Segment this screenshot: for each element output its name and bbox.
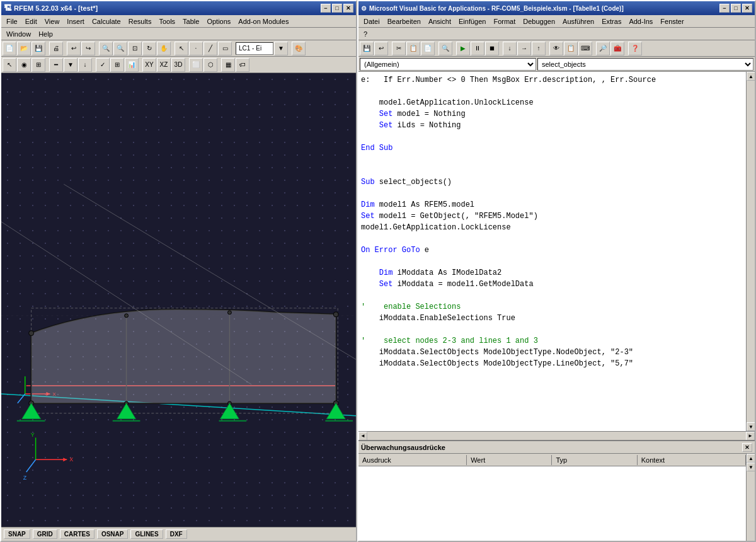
- vba-menu-fenster[interactable]: Fenster: [656, 16, 687, 26]
- tb-member[interactable]: ━: [49, 58, 63, 72]
- tb-save[interactable]: 💾: [32, 42, 45, 55]
- tb-view-xz[interactable]: XZ: [157, 58, 171, 72]
- vba-menu-format[interactable]: Format: [490, 16, 519, 26]
- tb-redo[interactable]: ↪: [81, 42, 95, 55]
- tb-fit[interactable]: ⊡: [128, 42, 142, 55]
- vba-tb-step-into[interactable]: ↓: [503, 42, 517, 55]
- vba-menu-ansicht[interactable]: Ansicht: [425, 16, 455, 26]
- tb-view-3d[interactable]: 3D: [171, 58, 185, 72]
- vba-tb-save[interactable]: 💾: [360, 42, 374, 55]
- rfem-menu-table[interactable]: Table: [179, 16, 203, 26]
- rfem-menu-help[interactable]: Help: [35, 29, 57, 39]
- tb-select[interactable]: ↖: [175, 42, 188, 55]
- vba-tb-step-out[interactable]: ↑: [532, 42, 546, 55]
- tb-wire[interactable]: ⬡: [203, 58, 217, 72]
- vba-menu-ausfuehren[interactable]: Ausführen: [559, 16, 598, 26]
- tb-surface[interactable]: ▭: [218, 42, 232, 55]
- vba-watch-close[interactable]: ✕: [742, 443, 752, 452]
- rfem-viewport[interactable]: X Z Y X: [1, 73, 356, 527]
- rfem-menu-results[interactable]: Results: [125, 16, 156, 26]
- rfem-maximize-btn[interactable]: □: [332, 4, 342, 13]
- tb-table[interactable]: ⊞: [110, 58, 124, 72]
- status-dxf[interactable]: DXF: [166, 529, 187, 539]
- tb-label[interactable]: 🏷: [236, 58, 249, 72]
- tb-render[interactable]: 🎨: [292, 42, 306, 55]
- vba-vscrollbar[interactable]: ▲ ▼: [746, 72, 755, 431]
- vba-tb-copy[interactable]: 📋: [406, 42, 420, 55]
- vba-tb-watch[interactable]: 👁: [549, 42, 563, 55]
- rfem-menu-insert[interactable]: Insert: [63, 16, 88, 26]
- tb-lc-dropdown[interactable]: ▼: [274, 42, 288, 55]
- vba-scroll-right[interactable]: ►: [746, 432, 755, 441]
- tb-display-mode[interactable]: ⬜: [189, 58, 203, 72]
- vba-tb-toolbox[interactable]: 🧰: [610, 42, 624, 55]
- tb-print[interactable]: 🖨: [49, 42, 63, 55]
- vba-scope-dropdown[interactable]: (Allgemein): [360, 58, 536, 71]
- tb-snap-node[interactable]: ◉: [17, 58, 31, 72]
- vba-menu-extras[interactable]: Extras: [598, 16, 625, 26]
- vba-hscrollbar[interactable]: ◄ ►: [358, 431, 755, 440]
- vba-tb-find[interactable]: 🔍: [438, 42, 452, 55]
- vba-menu-einfuegen[interactable]: Einfügen: [455, 16, 490, 26]
- rfem-menu-calculate[interactable]: Calculate: [88, 16, 125, 26]
- tb-snap-grid[interactable]: ⊞: [32, 58, 45, 72]
- vba-watch-scroll-down[interactable]: ▼: [747, 463, 755, 471]
- vba-tb-undo[interactable]: ↩: [374, 42, 388, 55]
- vba-tb-cut[interactable]: ✂: [392, 42, 406, 55]
- rfem-menu-window[interactable]: Window: [3, 29, 35, 39]
- tb-undo[interactable]: ↩: [67, 42, 81, 55]
- vba-tb-paste[interactable]: 📄: [421, 42, 435, 55]
- status-snap[interactable]: SNAP: [4, 529, 30, 539]
- status-cartes[interactable]: CARTES: [60, 529, 94, 539]
- vba-menu-addins[interactable]: Add-Ins: [625, 16, 656, 26]
- tb-load[interactable]: ↓: [78, 58, 92, 72]
- tb-support[interactable]: ▼: [64, 58, 77, 72]
- vba-minimize-btn[interactable]: −: [719, 4, 730, 13]
- vba-menu-debuggen[interactable]: Debuggen: [519, 16, 559, 26]
- vba-tb-run[interactable]: ▶: [456, 42, 470, 55]
- rfem-menu-tools[interactable]: Tools: [155, 16, 179, 26]
- vba-scroll-up[interactable]: ▲: [747, 72, 755, 81]
- vba-menu-datei[interactable]: Datei: [360, 16, 384, 26]
- tb-cursor[interactable]: ↖: [3, 58, 16, 72]
- tb-line[interactable]: ╱: [203, 42, 217, 55]
- status-osnap[interactable]: OSNAP: [97, 529, 129, 539]
- vba-tb-immediate[interactable]: ⌨: [578, 42, 592, 55]
- vba-proc-dropdown[interactable]: select_objects: [537, 58, 753, 71]
- vba-tb-object-browser[interactable]: 🔎: [596, 42, 610, 55]
- rfem-menu-addon[interactable]: Add-on Modules: [234, 16, 292, 26]
- vba-menu-help[interactable]: ?: [360, 29, 371, 39]
- vba-watch-scroll-up[interactable]: ▲: [747, 454, 755, 463]
- tb-zoom-out[interactable]: 🔍: [113, 42, 127, 55]
- tb-results-disp[interactable]: 📊: [125, 58, 139, 72]
- vba-watch-scrollbar[interactable]: ▲ ▼: [746, 454, 755, 541]
- vba-scroll-left[interactable]: ◄: [358, 432, 367, 441]
- vba-tb-step-over[interactable]: →: [517, 42, 531, 55]
- tb-check[interactable]: ✓: [96, 58, 110, 72]
- vba-close-btn[interactable]: ✕: [742, 4, 752, 13]
- tb-rotate[interactable]: ↻: [142, 42, 156, 55]
- rfem-close-btn[interactable]: ✕: [343, 4, 353, 13]
- rfem-minimize-btn[interactable]: −: [321, 4, 331, 13]
- vba-tb-help[interactable]: ❓: [628, 42, 642, 55]
- rfem-menu-view[interactable]: View: [41, 16, 64, 26]
- vba-maximize-btn[interactable]: □: [731, 4, 741, 13]
- vba-tb-reset[interactable]: ⏹: [485, 42, 499, 55]
- status-glines[interactable]: GLINES: [130, 529, 163, 539]
- vba-tb-locals[interactable]: 📋: [564, 42, 578, 55]
- tb-zoom-in[interactable]: 🔍: [99, 42, 113, 55]
- rfem-menu-options[interactable]: Options: [203, 16, 234, 26]
- vba-scroll-down[interactable]: ▼: [747, 422, 755, 431]
- vba-tb-break[interactable]: ⏸: [471, 42, 484, 55]
- vba-menu-bearbeiten[interactable]: Bearbeiten: [384, 16, 425, 26]
- rfem-menu-edit[interactable]: Edit: [21, 16, 41, 26]
- status-grid[interactable]: GRID: [33, 529, 57, 539]
- tb-new[interactable]: 📄: [3, 42, 16, 55]
- tb-node[interactable]: ·: [189, 42, 203, 55]
- tb-open[interactable]: 📂: [17, 42, 31, 55]
- tb-filter[interactable]: ▦: [221, 58, 235, 72]
- rfem-menu-file[interactable]: File: [3, 16, 21, 26]
- vba-code-editor[interactable]: e: If Err.Number <> 0 Then MsgBox Err.de…: [358, 72, 746, 431]
- tb-view-xy[interactable]: XY: [142, 58, 156, 72]
- tb-pan[interactable]: ✋: [157, 42, 171, 55]
